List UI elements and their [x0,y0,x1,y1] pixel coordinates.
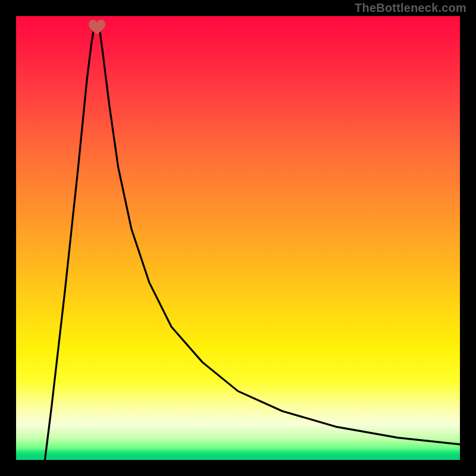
plot-area [16,16,460,460]
bottleneck-curve [16,16,460,460]
heart-icon [87,18,107,35]
curve-left-branch [45,22,95,460]
chart-frame: TheBottleneck.com [0,0,476,476]
curve-right-branch [99,22,460,444]
watermark-label: TheBottleneck.com [355,1,466,15]
